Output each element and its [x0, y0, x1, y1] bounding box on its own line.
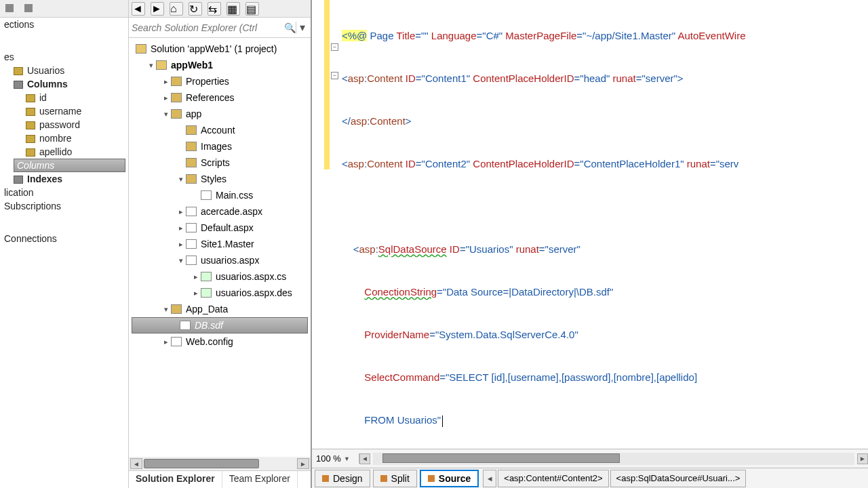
tree-node-site1-master[interactable]: ▸Site1.Master — [129, 236, 311, 252]
folder-icon — [186, 142, 197, 151]
solution-hscroll[interactable]: ◄ ► — [129, 457, 311, 470]
expand-icon[interactable]: ▸ — [191, 272, 201, 281]
expand-icon[interactable]: ▸ — [176, 240, 186, 249]
file-icon — [171, 337, 182, 346]
tree-node-app[interactable]: ▾app — [129, 106, 311, 122]
breadcrumb-prev[interactable]: ◄ — [483, 470, 496, 487]
scroll-thumb[interactable] — [144, 459, 259, 468]
tab-source[interactable]: Source — [420, 470, 479, 487]
expand-icon[interactable]: ▸ — [161, 338, 171, 346]
file-icon — [186, 223, 197, 232]
zoom-selector[interactable]: 100 %▼ — [312, 453, 359, 464]
db-col-nombre[interactable]: nombre — [0, 131, 128, 145]
fold-toggle[interactable]: − — [331, 72, 338, 79]
editor-hscroll[interactable] — [373, 453, 854, 465]
scroll-left-icon[interactable]: ◄ — [130, 458, 142, 469]
expand-icon[interactable]: ▸ — [161, 77, 171, 86]
solution-icon — [136, 44, 146, 54]
tree-node-main-css[interactable]: ▸Main.css — [129, 187, 311, 203]
scroll-right-icon[interactable]: ► — [297, 458, 309, 469]
breadcrumb-sqldatasource[interactable]: <asp:SqlDataSource#Usuari...> — [610, 470, 747, 487]
expand-icon[interactable]: ▸ — [191, 289, 201, 298]
code-area[interactable]: − − <%@ Page Title="" Language="C#" Mast… — [312, 0, 868, 449]
db-subscriptions[interactable]: Subscriptions — [0, 199, 128, 213]
expand-icon[interactable]: ▸ — [161, 94, 171, 102]
scroll-thumb[interactable] — [382, 453, 620, 463]
expand-icon[interactable]: ▾ — [161, 305, 171, 314]
search-dropdown[interactable]: ▾ — [296, 22, 308, 34]
tree-node-account[interactable]: ▸Account — [129, 122, 311, 138]
db-toolbar-icon-2[interactable] — [23, 3, 35, 15]
tree-node-usuarios-aspx-cs[interactable]: ▸usuarios.aspx.cs — [129, 268, 311, 285]
folder-icon — [186, 125, 197, 135]
svg-rect-1 — [24, 4, 33, 12]
search-icon[interactable]: 🔍 — [284, 22, 296, 33]
tree-node-default-aspx[interactable]: ▸Default.aspx — [129, 220, 311, 236]
folder-icon — [171, 109, 182, 119]
tab-design[interactable]: Design — [315, 470, 370, 487]
expand-icon[interactable]: ▾ — [176, 256, 186, 265]
db-col-password[interactable]: password — [0, 118, 128, 131]
split-icon — [380, 475, 387, 482]
code-lines: <%@ Page Title="" Language="C#" MasterPa… — [342, 0, 868, 449]
show-all-button[interactable]: ▦ — [226, 2, 240, 16]
file-icon — [201, 190, 212, 200]
expand-icon[interactable]: ▸ — [176, 207, 186, 216]
properties-button[interactable]: ▤ — [245, 2, 259, 16]
tree-node-properties[interactable]: ▸Properties — [129, 73, 311, 89]
tree-node-scripts[interactable]: ▸Scripts — [129, 155, 311, 171]
solution-root[interactable]: Solution 'appWeb1' (1 project) — [129, 41, 311, 57]
file-icon — [186, 207, 197, 216]
file-webconfig[interactable]: ▸Web.config — [129, 333, 311, 350]
nav-back-button[interactable]: ◄ — [132, 2, 145, 16]
solution-tree: Solution 'appWeb1' (1 project) ▾appWeb1 … — [129, 38, 311, 457]
db-col-username[interactable]: username — [0, 104, 128, 118]
expand-icon[interactable]: ▾ — [176, 175, 186, 184]
db-toolbar-icon-1[interactable] — [4, 3, 16, 15]
expand-icon[interactable]: ▾ — [161, 110, 171, 119]
fold-toggle[interactable]: − — [331, 43, 338, 51]
source-icon — [428, 475, 435, 482]
scroll-right-icon[interactable]: ► — [857, 453, 868, 464]
project-node[interactable]: ▾appWeb1 — [129, 57, 311, 73]
solution-explorer-panel: ◄ ► ⌂ ↻ ⇆ ▦ ▤ 🔍 ▾ Solution 'appWeb1' (1 … — [129, 0, 312, 488]
chevron-down-icon: ▼ — [344, 455, 350, 462]
expand-icon[interactable]: ▸ — [176, 224, 186, 232]
tree-node-usuarios-aspx-des[interactable]: ▸usuarios.aspx.des — [129, 285, 311, 301]
tree-node-acercade-aspx[interactable]: ▸acercade.aspx — [129, 203, 311, 220]
scroll-left-icon[interactable]: ◄ — [359, 453, 370, 464]
file-db-sdf-selected[interactable]: DB.sdf — [132, 317, 308, 333]
search-input[interactable] — [132, 20, 284, 35]
refresh-button[interactable]: ↻ — [189, 2, 202, 16]
file-icon — [186, 256, 197, 265]
tree-node-styles[interactable]: ▾Styles — [129, 171, 311, 187]
tab-team-explorer[interactable]: Team Explorer — [222, 471, 298, 488]
db-col-apellido[interactable]: apellido — [0, 145, 128, 159]
db-sections[interactable]: ections — [0, 18, 128, 31]
table-icon — [14, 67, 23, 75]
db-tables[interactable]: es — [0, 50, 128, 64]
sync-button[interactable]: ⇆ — [208, 2, 221, 16]
code-editor-panel: − − <%@ Page Title="" Language="C#" Mast… — [312, 0, 868, 488]
expand-icon[interactable]: ▾ — [146, 61, 156, 70]
db-col-id[interactable]: id — [0, 91, 128, 104]
nav-fwd-button[interactable]: ► — [151, 2, 164, 16]
db-columns-folder[interactable]: Columns — [0, 77, 128, 91]
tree-node-usuarios-aspx[interactable]: ▾usuarios.aspx — [129, 252, 311, 268]
column-icon — [26, 108, 35, 116]
tree-node-app-data[interactable]: ▾App_Data — [129, 301, 311, 317]
file-icon — [180, 321, 191, 330]
tab-solution-explorer[interactable]: Solution Explorer — [129, 471, 222, 488]
text-caret — [442, 415, 443, 427]
db-table-usuarios[interactable]: Usuarios — [0, 64, 128, 77]
db-selected-item[interactable]: Columns — [14, 159, 125, 172]
folder-icon — [14, 176, 23, 184]
home-button[interactable]: ⌂ — [170, 2, 183, 16]
db-connections[interactable]: Connections — [0, 232, 128, 245]
db-indexes[interactable]: Indexes — [0, 172, 128, 186]
db-replication[interactable]: lication — [0, 186, 128, 199]
tree-node-references[interactable]: ▸References — [129, 89, 311, 106]
tree-node-images[interactable]: ▸Images — [129, 138, 311, 155]
tab-split[interactable]: Split — [373, 470, 417, 487]
breadcrumb-content2[interactable]: <asp:Content#Content2> — [498, 470, 608, 487]
